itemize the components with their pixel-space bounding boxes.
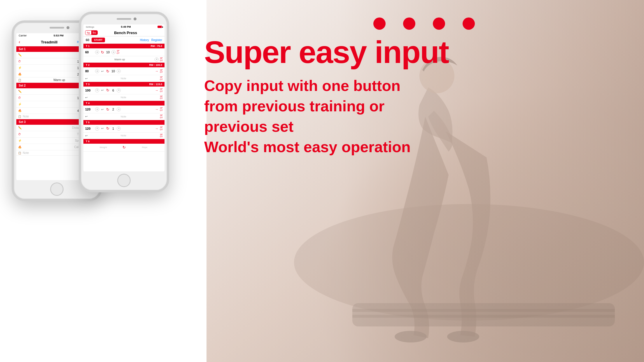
back-button[interactable]: ‹: [19, 39, 20, 45]
bench-set5-note-text[interactable]: Note: [88, 134, 159, 137]
bench-set2-note: ↩ Note SPOT: [83, 75, 164, 82]
bench-set1-reps[interactable]: 10: [105, 50, 111, 54]
sp-ot-note-3: SPOT: [160, 95, 163, 100]
refresh-btn-1[interactable]: ↻: [100, 50, 105, 55]
x-btn-1[interactable]: ✕: [111, 50, 116, 54]
warmup-text[interactable]: Warm up: [85, 58, 154, 61]
speed-icon-1: ⚡: [18, 66, 23, 69]
note-x-btn-1[interactable]: ✕: [155, 57, 159, 61]
arrow-btn-3[interactable]: →: [154, 88, 159, 93]
phone2-camera: [134, 17, 136, 20]
distance-icon: ✏️: [18, 53, 23, 57]
bench-set5-weight[interactable]: 120: [85, 127, 94, 130]
copy-arrow-3[interactable]: ↩: [100, 88, 105, 93]
x-btn-3[interactable]: ✕: [117, 88, 121, 92]
phone-speaker: [50, 27, 64, 29]
set1-time[interactable]: 10.0: [23, 60, 85, 63]
set2-distance[interactable]: 2.0: [23, 90, 85, 93]
register-link[interactable]: Register: [151, 38, 162, 42]
bench-press-screen: Settings 5:49 PM kg lbs Bench Press: [83, 24, 164, 171]
bench-settings-label: Settings: [86, 26, 94, 28]
fire-icon-3: 🔥: [18, 145, 23, 149]
set2-note[interactable]: Note: [23, 115, 29, 118]
copy-arrow-5[interactable]: ↩: [100, 126, 105, 131]
right-text-area: Super easy input Copy input with one but…: [204, 35, 484, 157]
treadmill-time: 5:53 PM: [54, 34, 64, 37]
bench-time: 5:49 PM: [121, 25, 131, 28]
minus-btn-1[interactable]: ✕: [95, 50, 99, 54]
bench-set1-header: T 1 RM : 75.0: [83, 44, 164, 48]
bench-set5-label: T 5: [86, 121, 90, 124]
set2-kcal[interactable]: 45.0: [23, 109, 85, 113]
bench-set5-note: ↩ Note SPOT: [83, 133, 164, 139]
set2-time[interactable]: 18.0: [23, 96, 85, 100]
set2-speed[interactable]: 9.0: [23, 103, 85, 106]
refresh-btn-5[interactable]: ↻: [105, 126, 110, 131]
fire-icon-2: 🔥: [18, 109, 23, 112]
kg-button[interactable]: kg: [85, 31, 91, 35]
sp-ot-2: SPOT: [160, 69, 163, 73]
copy-arrow-2[interactable]: ↩: [100, 68, 105, 74]
set3-time-placeholder[interactable]: Time: [23, 133, 85, 136]
bench-status-bar: Settings 5:49 PM: [83, 24, 164, 29]
x-btn-5[interactable]: ✕: [117, 126, 121, 131]
home-button-2[interactable]: [117, 174, 131, 187]
arrow-btn-2[interactable]: →: [154, 68, 159, 74]
bench-set2-reps[interactable]: 10: [110, 69, 116, 73]
bench-set2-note-text[interactable]: Note: [88, 77, 159, 80]
set3-note-placeholder[interactable]: Note: [23, 151, 29, 154]
bench-set2-label: T 2: [86, 64, 90, 66]
refresh-btn-6[interactable]: ↻: [121, 145, 127, 150]
x-btn-2[interactable]: ✕: [117, 69, 121, 73]
start-value[interactable]: 60: [86, 38, 89, 42]
kg-lbs-toggle[interactable]: kg lbs: [85, 30, 98, 35]
timer-icon-3: ⏱: [18, 133, 23, 136]
start-button[interactable]: START: [92, 38, 105, 42]
bench-history-link[interactable]: History: [140, 38, 149, 42]
refresh-btn-2[interactable]: ↻: [105, 68, 110, 74]
minus-btn-2[interactable]: ✕: [95, 69, 99, 73]
sp-ot-5: SPOT: [160, 126, 163, 131]
x-btn-4[interactable]: ✕: [117, 107, 121, 111]
bench-set6-weight-placeholder[interactable]: Weight: [85, 146, 121, 149]
bench-set1-weight[interactable]: 60: [85, 50, 94, 54]
bench-set3-reps[interactable]: 6: [110, 89, 116, 92]
bench-set1-note: Warm up ✕ SPOT: [83, 56, 164, 63]
minus-btn-5[interactable]: ✕: [95, 126, 99, 131]
distance-icon-3: ✏️: [18, 126, 23, 129]
decoration-dots: [373, 17, 475, 30]
home-button-1[interactable]: [50, 182, 64, 196]
set1-kcal[interactable]: 20.0: [23, 73, 85, 76]
sp-ot-note-2: SPOT: [160, 76, 163, 80]
set3-distance-placeholder[interactable]: Distance: [23, 126, 85, 129]
lbs-button[interactable]: lbs: [91, 31, 98, 35]
minus-btn-4[interactable]: ✕: [95, 107, 99, 111]
dot-1: [373, 17, 386, 30]
speed-icon-3: ⚡: [18, 139, 23, 142]
bench-set6-reps-placeholder[interactable]: Reps: [127, 146, 163, 149]
bench-set4-weight[interactable]: 120: [85, 108, 94, 111]
set1-distance[interactable]: 1.0: [23, 53, 85, 57]
timer-icon-2: ⏱: [18, 96, 23, 99]
bench-set5-reps[interactable]: 1: [110, 127, 116, 130]
bench-set3-weight[interactable]: 100: [85, 89, 94, 92]
minus-btn-3[interactable]: ✕: [95, 88, 99, 92]
set3-kcal-placeholder[interactable]: Calorie: [23, 145, 85, 149]
headline: Super easy input: [204, 35, 484, 70]
dot-4: [463, 17, 475, 30]
sp-ot-4: SPOT: [160, 107, 163, 111]
bench-set2-weight[interactable]: 80: [85, 69, 94, 73]
refresh-btn-3[interactable]: ↻: [105, 88, 110, 93]
copy-arrow-4[interactable]: ↩: [100, 107, 105, 112]
refresh-btn-4[interactable]: ↻: [105, 107, 110, 112]
bench-set4-reps[interactable]: 2: [110, 108, 116, 111]
bench-set3-note-text[interactable]: Note: [88, 96, 159, 99]
phones-container: Carrier 5:53 PM ‹ Treadmill History Save: [12, 12, 169, 201]
note-icon-1: 📋: [18, 79, 23, 82]
set3-speed-placeholder[interactable]: Speed: [23, 139, 85, 142]
arrow-btn-4[interactable]: →: [154, 107, 159, 112]
bench-set2-header: T 2 RM : 100.0: [83, 63, 164, 67]
set1-speed[interactable]: 10.0: [23, 66, 85, 70]
bench-set4-note-text[interactable]: Note: [88, 115, 159, 118]
arrow-btn-5[interactable]: →: [154, 126, 159, 131]
